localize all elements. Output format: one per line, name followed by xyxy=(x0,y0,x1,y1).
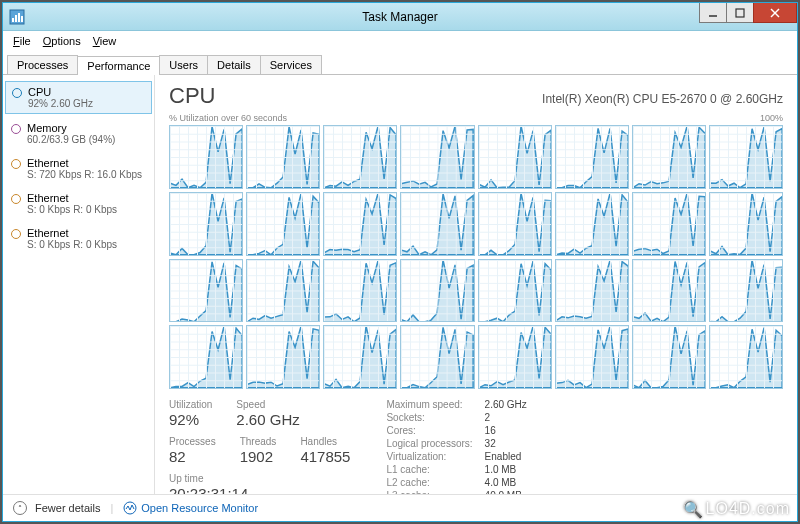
stat-label: Speed xyxy=(236,399,299,410)
detail-label: L1 cache: xyxy=(386,464,472,476)
cpu-core-chart xyxy=(400,259,474,323)
svg-rect-2 xyxy=(15,15,17,22)
cpu-core-chart xyxy=(246,259,320,323)
detail-value: Enabled xyxy=(485,451,527,463)
stat-value-handles: 417855 xyxy=(300,448,350,465)
sidebar-item-sub: S: 720 Kbps R: 16.0 Kbps xyxy=(27,169,142,180)
content-area: CPU 92% 2.60 GHz Memory 60.2/63.9 GB (94… xyxy=(3,75,797,494)
stat-label: Threads xyxy=(240,436,277,447)
stat-value-uptime: 20:23:31:14 xyxy=(169,485,248,494)
menubar: File Options View xyxy=(3,31,797,51)
cpu-core-chart xyxy=(246,125,320,189)
tab-processes[interactable]: Processes xyxy=(7,55,78,74)
chart-caption-right: 100% xyxy=(760,113,783,123)
task-manager-window: Task Manager File Options View Processes… xyxy=(2,2,798,522)
tab-strip: ProcessesPerformanceUsersDetailsServices xyxy=(3,51,797,75)
cpu-core-chart xyxy=(323,325,397,389)
stat-value-speed: 2.60 GHz xyxy=(236,411,299,428)
app-icon xyxy=(9,9,25,25)
detail-value: 4.0 MB xyxy=(485,477,527,489)
tab-performance[interactable]: Performance xyxy=(77,56,160,75)
menu-options[interactable]: Options xyxy=(37,33,87,49)
sidebar-item-ethernet-4[interactable]: Ethernet S: 0 Kbps R: 0 Kbps xyxy=(3,221,154,256)
chevron-up-icon: ˄ xyxy=(13,501,27,515)
cpu-core-chart xyxy=(169,259,243,323)
sidebar-item-title: Ethernet xyxy=(27,192,117,204)
menu-view[interactable]: View xyxy=(87,33,123,49)
detail-label: Virtualization: xyxy=(386,451,472,463)
detail-label: L2 cache: xyxy=(386,477,472,489)
cpu-model-name: Intel(R) Xeon(R) CPU E5-2670 0 @ 2.60GHz xyxy=(542,92,783,106)
svg-rect-1 xyxy=(12,18,14,22)
open-resource-monitor-link[interactable]: Open Resource Monitor xyxy=(123,501,258,515)
cpu-core-chart xyxy=(246,325,320,389)
mem-dot-icon xyxy=(11,124,21,134)
titlebar[interactable]: Task Manager xyxy=(3,3,797,31)
stats-area: Utilization92% Speed2.60 GHz Processes82… xyxy=(169,399,783,494)
cpu-core-chart xyxy=(246,192,320,256)
tab-users[interactable]: Users xyxy=(159,55,208,74)
sidebar-item-title: Memory xyxy=(27,122,115,134)
sidebar-item-sub: 92% 2.60 GHz xyxy=(28,98,93,109)
sidebar-item-cpu-0[interactable]: CPU 92% 2.60 GHz xyxy=(5,81,152,114)
cpu-core-chart xyxy=(632,259,706,323)
cpu-core-chart xyxy=(709,259,783,323)
minimize-button[interactable] xyxy=(699,3,727,23)
sidebar-item-sub: 60.2/63.9 GB (94%) xyxy=(27,134,115,145)
cpu-core-chart xyxy=(169,125,243,189)
stat-value-utilization: 92% xyxy=(169,411,212,428)
cpu-core-chart xyxy=(555,325,629,389)
cpu-core-chart xyxy=(169,192,243,256)
sidebar-item-memory-1[interactable]: Memory 60.2/63.9 GB (94%) xyxy=(3,116,154,151)
detail-value: 1.0 MB xyxy=(485,464,527,476)
maximize-button[interactable] xyxy=(726,3,754,23)
sidebar-item-title: CPU xyxy=(28,86,93,98)
cpu-core-chart xyxy=(478,192,552,256)
detail-value: 32 xyxy=(485,438,527,450)
eth-dot-icon xyxy=(11,194,21,204)
fewer-details-button[interactable]: ˄ Fewer details xyxy=(13,501,100,515)
cpu-core-chart xyxy=(478,125,552,189)
cpu-core-chart xyxy=(709,325,783,389)
cpu-core-chart xyxy=(323,192,397,256)
sidebar-item-ethernet-2[interactable]: Ethernet S: 720 Kbps R: 16.0 Kbps xyxy=(3,151,154,186)
svg-rect-3 xyxy=(18,13,20,22)
cpu-core-chart xyxy=(555,259,629,323)
cpu-core-chart xyxy=(169,325,243,389)
menu-file[interactable]: File xyxy=(7,33,37,49)
sidebar-item-sub: S: 0 Kbps R: 0 Kbps xyxy=(27,204,117,215)
maximize-icon xyxy=(735,8,745,18)
cpu-core-grid xyxy=(169,125,783,389)
cpu-core-chart xyxy=(632,192,706,256)
cpu-core-chart xyxy=(478,259,552,323)
stat-label: Utilization xyxy=(169,399,212,410)
eth-dot-icon xyxy=(11,159,21,169)
sidebar-item-ethernet-3[interactable]: Ethernet S: 0 Kbps R: 0 Kbps xyxy=(3,186,154,221)
svg-rect-6 xyxy=(736,9,744,17)
stat-label: Up time xyxy=(169,473,248,484)
window-title: Task Manager xyxy=(362,10,437,24)
detail-table: Maximum speed:2.60 GHzSockets:2Cores:16L… xyxy=(386,399,526,494)
cpu-core-chart xyxy=(323,125,397,189)
resource-monitor-icon xyxy=(123,501,137,515)
stat-value-processes: 82 xyxy=(169,448,216,465)
sidebar: CPU 92% 2.60 GHz Memory 60.2/63.9 GB (94… xyxy=(3,75,155,494)
close-icon xyxy=(770,8,780,18)
close-button[interactable] xyxy=(753,3,797,23)
cpu-core-chart xyxy=(400,325,474,389)
detail-value: 2.60 GHz xyxy=(485,399,527,411)
chart-caption-left: % Utilization over 60 seconds xyxy=(169,113,287,123)
cpu-core-chart xyxy=(632,125,706,189)
detail-value: 16 xyxy=(485,425,527,437)
footer: ˄ Fewer details | Open Resource Monitor xyxy=(3,494,797,521)
tab-details[interactable]: Details xyxy=(207,55,261,74)
main-panel: CPU Intel(R) Xeon(R) CPU E5-2670 0 @ 2.6… xyxy=(155,75,797,494)
cpu-core-chart xyxy=(478,325,552,389)
panel-title: CPU xyxy=(169,83,215,109)
minimize-icon xyxy=(708,8,718,18)
tab-services[interactable]: Services xyxy=(260,55,322,74)
stat-label: Processes xyxy=(169,436,216,447)
detail-value: 2 xyxy=(485,412,527,424)
detail-label: Maximum speed: xyxy=(386,399,472,411)
eth-dot-icon xyxy=(11,229,21,239)
